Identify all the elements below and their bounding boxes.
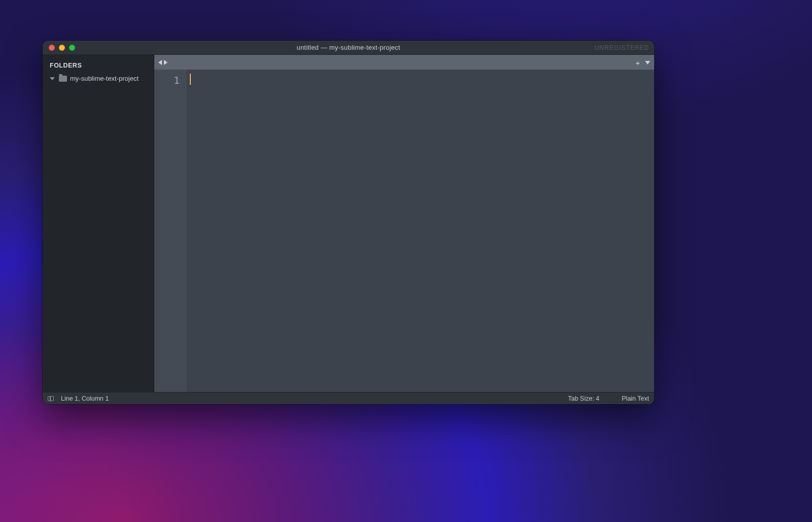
window-controls [49,45,75,51]
tab-history-nav [158,60,167,65]
editor[interactable]: 1 [154,70,654,392]
tab-bar[interactable]: + [154,55,654,70]
new-tab-icon[interactable]: + [635,59,640,67]
folders-heading: FOLDERS [43,59,154,73]
folder-tree-root[interactable]: my-sublime-text-project [43,73,154,84]
tab-dropdown-icon[interactable] [645,61,650,64]
fullscreen-icon[interactable] [69,45,75,51]
minimize-icon[interactable] [59,45,65,51]
close-icon[interactable] [49,45,55,51]
panel-switch-icon[interactable] [48,396,54,401]
window-body: FOLDERS my-sublime-text-project + [43,55,654,392]
nav-back-icon[interactable] [158,60,162,65]
app-window: untitled — my-sublime-text-project UNREG… [43,41,654,404]
editor-pane: + 1 [154,55,654,392]
sidebar: FOLDERS my-sublime-text-project [43,55,154,392]
code-area[interactable] [187,70,654,392]
status-syntax[interactable]: Plain Text [622,395,649,402]
status-bar: Line 1, Column 1 Tab Size: 4 Plain Text [43,392,654,404]
gutter[interactable]: 1 [154,70,187,392]
status-caret-position[interactable]: Line 1, Column 1 [61,395,109,402]
folder-name: my-sublime-text-project [70,75,139,82]
folder-icon [59,76,67,82]
window-title: untitled — my-sublime-text-project [43,44,654,51]
titlebar[interactable]: untitled — my-sublime-text-project UNREG… [43,41,654,55]
unregistered-label[interactable]: UNREGISTERED [595,41,649,55]
chevron-down-icon[interactable] [50,77,55,80]
text-cursor [190,74,191,85]
line-number: 1 [154,73,180,87]
nav-forward-icon[interactable] [164,60,167,65]
status-tab-size[interactable]: Tab Size: 4 [568,395,599,402]
